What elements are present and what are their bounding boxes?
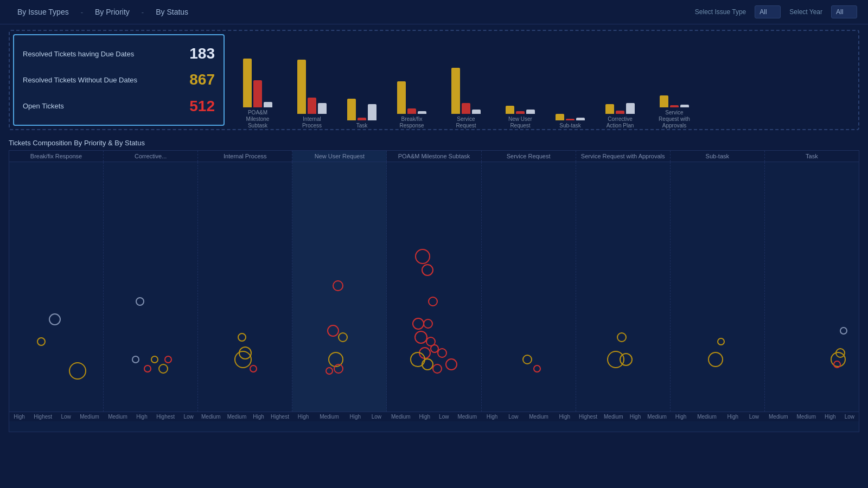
x-axis: HighHighestLowMediumMediumHighHighestLow…	[9, 412, 859, 421]
bar-label: Sub-task	[559, 123, 580, 129]
bars-3	[397, 81, 426, 114]
scatter-dot	[238, 333, 246, 342]
red-bar	[516, 111, 525, 114]
x-axis-group-3: HighMediumHighLow	[292, 412, 387, 421]
white-bar	[576, 118, 585, 120]
x-label: High	[487, 412, 498, 421]
white-bar	[264, 102, 272, 107]
bar-group-4: Service Request	[447, 68, 485, 129]
nav-separator-2: -	[142, 8, 144, 16]
bar-label: Corrective Action Plan	[601, 116, 639, 129]
scatter-dot	[533, 365, 541, 373]
scatter-dot	[136, 297, 144, 306]
x-label: Medium	[769, 412, 788, 421]
x-label: High	[727, 412, 738, 421]
scatter-dot	[327, 325, 339, 337]
x-label: High	[14, 412, 25, 421]
x-label: High	[253, 412, 264, 421]
summary-row-resolved-nodue: Resolved Tickets Without Due Dates 867	[23, 68, 215, 92]
x-axis-group-5: HighLowMediumHigh	[481, 412, 576, 421]
x-label: Low	[508, 412, 518, 421]
scatter-dot	[415, 249, 430, 264]
open-label: Open Tickets	[23, 102, 64, 110]
bar-label: POA&M Milestone Subtask	[239, 110, 277, 129]
year-select[interactable]: All	[831, 5, 857, 18]
gold-bar	[243, 59, 252, 107]
scatter-section: Tickets Composition By Priority & By Sta…	[9, 137, 859, 432]
bar-label: Service Request with Approvals	[655, 110, 693, 129]
scatter-dot	[158, 364, 168, 374]
col-header-0: Break/fix Response	[9, 151, 104, 162]
bars-5	[506, 106, 535, 114]
bars-2	[347, 99, 376, 120]
scatter-dot	[69, 362, 86, 380]
bar-chart-area: POA&M Milestone SubtaskInternal ProcessT…	[228, 31, 858, 129]
top-section: Resolved Tickets having Due Dates 183 Re…	[9, 30, 859, 130]
tab-by-issue-types[interactable]: By Issue Types	[11, 4, 75, 20]
gold-bar	[605, 104, 614, 114]
open-value: 512	[189, 98, 215, 115]
issue-type-select[interactable]: All	[755, 5, 781, 18]
bar-group-3: Break/fix Response	[393, 81, 431, 129]
x-label: High	[675, 412, 687, 421]
scatter-dot	[250, 365, 257, 373]
red-bar	[566, 119, 575, 120]
x-label: Low	[61, 412, 71, 421]
col-header-5: Service Request	[482, 151, 576, 162]
x-axis-group-8: MediumMediumHighLow	[764, 412, 859, 421]
resolved-nodue-label: Resolved Tickets Without Due Dates	[23, 76, 137, 84]
plot-col-3	[292, 162, 387, 412]
scatter-dot	[833, 361, 841, 368]
plot-col-1	[104, 162, 198, 412]
white-bar	[318, 103, 327, 114]
scatter-dot	[333, 280, 343, 291]
red-bar	[407, 108, 416, 114]
summary-cards: Resolved Tickets having Due Dates 183 Re…	[13, 34, 225, 126]
scatter-dot	[617, 332, 627, 342]
scatter-dot	[840, 327, 847, 335]
gold-bar	[397, 81, 406, 114]
scatter-col-headers: Break/fix ResponseCorrective...Internal …	[9, 151, 859, 162]
plot-col-7	[671, 162, 765, 412]
resolved-due-label: Resolved Tickets having Due Dates	[23, 50, 134, 58]
bar-label: Service Request	[447, 116, 485, 129]
tab-by-priority[interactable]: By Priority	[88, 4, 136, 20]
bar-label: Task	[356, 123, 368, 129]
scatter-dot	[338, 332, 348, 342]
bar-group-8: Service Request with Approvals	[655, 95, 693, 129]
scatter-dot	[144, 365, 151, 373]
gold-bar	[451, 68, 460, 114]
bars-0	[243, 59, 272, 107]
white-bar	[526, 110, 535, 114]
tab-by-status[interactable]: By Status	[149, 4, 195, 20]
scatter-container: Break/fix ResponseCorrective...Internal …	[9, 150, 859, 432]
top-navigation: By Issue Types - By Priority - By Status…	[0, 0, 868, 24]
x-label: Highest	[579, 412, 597, 421]
x-label: Medium	[201, 412, 221, 421]
summary-row-open: Open Tickets 512	[23, 94, 215, 118]
col-header-8: Task	[765, 151, 859, 162]
plot-col-5	[482, 162, 576, 412]
bar-label: Break/fix Response	[393, 116, 431, 129]
x-label: Medium	[604, 412, 623, 421]
x-label: Medium	[108, 412, 127, 421]
bars-1	[297, 60, 327, 114]
scatter-dot	[437, 348, 447, 358]
x-axis-group-2: MediumMediumHighHighest	[198, 412, 292, 421]
bars-6	[556, 114, 585, 120]
x-label: Medium	[227, 412, 247, 421]
x-label: Medium	[647, 412, 667, 421]
white-bar	[680, 105, 689, 107]
col-header-3: New User Request	[292, 151, 387, 162]
col-header-4: POA&M Milestone Subtask	[387, 151, 481, 162]
scatter-dot	[717, 338, 725, 345]
red-bar	[616, 111, 624, 114]
gold-bar	[660, 95, 668, 107]
year-label: Select Year	[789, 8, 822, 16]
scatter-dot	[445, 358, 457, 370]
red-bar	[670, 105, 679, 107]
bar-label: Internal Process	[293, 116, 331, 129]
x-label: Medium	[457, 412, 477, 421]
x-axis-group-0: HighHighestLowMedium	[9, 412, 104, 421]
x-label: Low	[439, 412, 449, 421]
